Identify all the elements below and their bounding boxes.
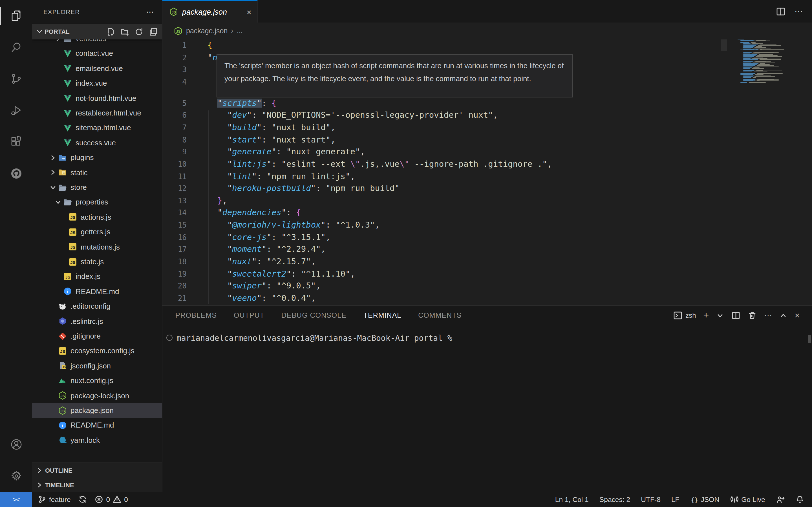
split-panel-icon[interactable]: [731, 311, 741, 320]
tree-item-getters-js[interactable]: JSgetters.js: [32, 224, 162, 239]
add-terminal-icon[interactable]: +: [703, 309, 709, 321]
tab-package-json[interactable]: JS package.json ×: [162, 0, 258, 22]
status-utf-8[interactable]: UTF-8: [641, 496, 661, 504]
tree-item-ecosystem-config-js[interactable]: JSecosystem.config.js: [32, 344, 162, 358]
terminal-prompt-line[interactable]: marianadelcarmenolivasgarcia@Marianas-Ma…: [166, 333, 452, 342]
new-folder-icon[interactable]: [121, 27, 129, 36]
panel-tab-problems[interactable]: PROBLEMS: [175, 311, 217, 319]
panel-tab-terminal[interactable]: TERMINAL: [363, 311, 401, 319]
extensions-activity-button[interactable]: [0, 126, 32, 158]
vue-icon: [63, 49, 73, 58]
tree-item-package-json[interactable]: JSpackage.json: [32, 403, 162, 418]
tree-item-index-vue[interactable]: index.vue: [32, 76, 162, 91]
tree-item-store[interactable]: store: [32, 180, 162, 195]
files-icon: [9, 9, 23, 22]
breadcrumb-rest[interactable]: ...: [237, 27, 243, 35]
close-icon[interactable]: ×: [795, 311, 800, 320]
remote-indicator[interactable]: ><: [0, 492, 32, 507]
new-file-icon[interactable]: [107, 27, 115, 36]
tree-item--gitignore[interactable]: .gitignore: [32, 329, 162, 344]
section-label: OUTLINE: [45, 467, 72, 474]
ellipsis-icon[interactable]: ⋯: [764, 311, 772, 320]
terminal-scrollbar[interactable]: [808, 335, 811, 343]
run-debug-activity-button[interactable]: [0, 95, 32, 126]
close-icon[interactable]: ×: [246, 8, 252, 16]
js-icon: JS: [68, 242, 78, 251]
tab-label: package.json: [182, 8, 246, 16]
tree-item-jsconfig-json[interactable]: JSjsconfig.json: [32, 358, 162, 373]
account-activity-button[interactable]: [0, 429, 32, 460]
chevron-down-icon[interactable]: [716, 311, 724, 319]
terminal-shell-selector[interactable]: zsh: [673, 311, 696, 320]
panel-tab-output[interactable]: OUTPUT: [234, 311, 264, 319]
files-activity-button[interactable]: [0, 0, 32, 32]
chevron-up-icon[interactable]: [779, 311, 787, 319]
tree-item-not-found-html-vue[interactable]: not-found.html.vue: [32, 91, 162, 106]
tree-item-static[interactable]: static: [32, 165, 162, 180]
portal-section-header[interactable]: PORTAL: [32, 24, 162, 40]
code-editor[interactable]: 1{2"name": "clasificados",345 "scripts":…: [162, 39, 812, 305]
trash-icon[interactable]: [748, 311, 757, 320]
ellipsis-icon[interactable]: ⋯: [146, 7, 154, 16]
section-timeline[interactable]: TIMELINE: [32, 478, 162, 492]
tree-item-package-lock-json[interactable]: JSpackage-lock.json: [32, 388, 162, 403]
tree-item--editorconfig[interactable]: .editorconfig: [32, 299, 162, 314]
tree-item-yarn-lock[interactable]: yarn.lock: [32, 433, 162, 448]
vue-icon: [63, 64, 73, 73]
line-number: 17: [162, 244, 187, 256]
code-line-7: "build": "nuxt build",: [207, 122, 336, 134]
status-lf[interactable]: LF: [671, 496, 679, 504]
status-item-label: Ln 1, Col 1: [555, 496, 589, 504]
refresh-icon[interactable]: [135, 27, 143, 36]
github-activity-button[interactable]: [0, 158, 32, 189]
tree-item-plugins[interactable]: plugins: [32, 150, 162, 165]
split-editor-icon[interactable]: [776, 6, 785, 16]
branch-indicator[interactable]: feature: [38, 496, 71, 504]
tree-item-emailsend-vue[interactable]: emailsend.vue: [32, 61, 162, 76]
tree-item-mutations-js[interactable]: JSmutations.js: [32, 239, 162, 255]
tree-item-success-vue[interactable]: success.vue: [32, 135, 162, 150]
search-activity-button[interactable]: [0, 32, 32, 63]
tree-item-actions-js[interactable]: JSactions.js: [32, 210, 162, 224]
feedback-button[interactable]: [776, 495, 785, 504]
tree-item--eslintrc-js[interactable]: .eslintrc.js: [32, 314, 162, 329]
tree-item-index-js[interactable]: JSindex.js: [32, 269, 162, 284]
tree-item-properties[interactable]: properties: [32, 195, 162, 210]
tree-item-sitemap-html-vue[interactable]: sitemap.html.vue: [32, 121, 162, 135]
bell-button[interactable]: [796, 496, 804, 504]
breadcrumb[interactable]: JS package.json › ...: [162, 22, 812, 39]
line-number: 18: [162, 256, 187, 268]
tree-item-contact-vue[interactable]: contact.vue: [32, 46, 162, 61]
panel-tab-comments[interactable]: COMMENTS: [418, 311, 462, 319]
tree-item-label: actions.js: [81, 213, 111, 221]
status-ln-1-col-1[interactable]: Ln 1, Col 1: [555, 496, 589, 504]
status-spaces-2[interactable]: Spaces: 2: [599, 496, 630, 504]
hover-tooltip-text: The 'scripts' member is an object hash o…: [224, 61, 564, 83]
sync-button[interactable]: [79, 496, 87, 504]
tree-item-readme-md[interactable]: iREADME.md: [32, 418, 162, 433]
folder-open-icon: [58, 183, 68, 192]
tree-item-readme-md[interactable]: iREADME.md: [32, 284, 162, 299]
status-go-live[interactable]: Go Live: [730, 496, 765, 504]
jsconfig-icon: JS: [58, 361, 68, 371]
source-control-activity-button[interactable]: [0, 63, 32, 95]
section-outline[interactable]: OUTLINE: [32, 463, 162, 478]
settings-gear-activity-button[interactable]: [0, 460, 32, 492]
breadcrumb-file[interactable]: package.json: [186, 27, 227, 35]
tree-item-restablecer-html-vue[interactable]: restablecer.html.vue: [32, 106, 162, 121]
status-json[interactable]: {}JSON: [690, 496, 719, 504]
info-icon: i: [63, 287, 73, 296]
js-icon: JS: [68, 213, 78, 222]
tree-item-label: README.md: [75, 287, 119, 296]
tree-item-state-js[interactable]: JSstate.js: [32, 255, 162, 269]
ellipsis-icon[interactable]: ⋯: [795, 6, 803, 16]
node-icon: JS: [58, 391, 68, 400]
collapse-all-icon[interactable]: [149, 27, 157, 36]
code-line-5: "scripts": {: [207, 97, 276, 109]
problems-indicator[interactable]: 0 0: [95, 496, 128, 504]
tree-item-nuxt-config-js[interactable]: nuxt.config.js: [32, 373, 162, 388]
minimap[interactable]: [738, 39, 802, 93]
line-number: 8: [162, 134, 187, 146]
panel-tab-debug-console[interactable]: DEBUG CONSOLE: [282, 311, 347, 319]
editor-scrollbar[interactable]: [721, 40, 727, 51]
